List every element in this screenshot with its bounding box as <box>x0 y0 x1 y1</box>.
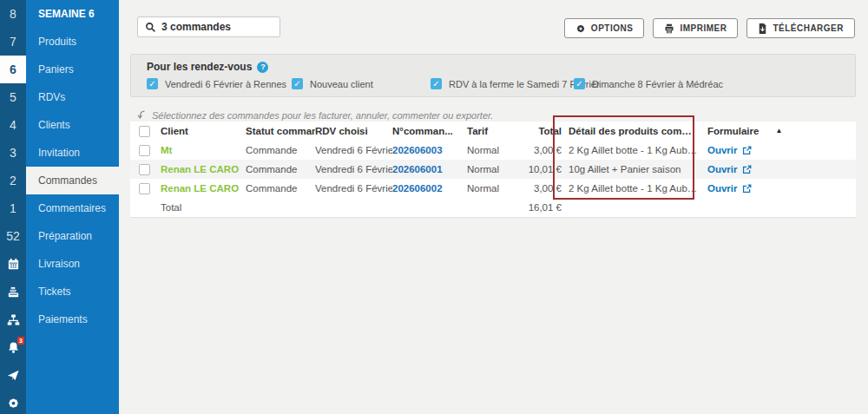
row-checkbox[interactable] <box>139 183 150 194</box>
detail-cell: 2 Kg Aillet botte - 1 Kg Aubergines <box>569 141 699 160</box>
calendar-icon[interactable] <box>0 250 26 278</box>
col-header-client[interactable]: Client <box>161 122 246 141</box>
select-all-checkbox[interactable] <box>139 126 150 137</box>
search-input[interactable]: 3 commandes <box>137 16 280 37</box>
sitemap-icon[interactable] <box>0 306 26 333</box>
help-icon[interactable]: ? <box>257 62 268 73</box>
filterbar-title: Pour les rendez-vous ? <box>147 61 268 73</box>
statut-cell: Commande <box>246 179 315 198</box>
download-icon <box>758 23 767 34</box>
filter-label: Vendredi 6 Février à Rennes <box>165 79 286 89</box>
row-checkbox[interactable] <box>139 164 150 175</box>
col-header-detail[interactable]: Détail des produits commandés... <box>569 122 699 141</box>
notification-badge: 3 <box>17 337 24 345</box>
detail-cell: 10g Aillet + Panier saison <box>569 160 699 179</box>
print-button-label: IMPRIMER <box>680 23 727 33</box>
table-header-row: Client Statut comman... RDV choisi N°com… <box>130 122 856 141</box>
sidebar-item-paiements[interactable]: Paiements <box>26 306 119 333</box>
checkbox-checked-icon: ✓ <box>431 78 442 89</box>
sidebar-strip: 8 7 6 5 4 3 2 1 52 3 <box>0 0 26 414</box>
curved-arrow-icon <box>136 109 147 121</box>
sidebar-item-tickets[interactable]: Tickets <box>26 278 119 306</box>
filter-checkbox-dimanche-medreac[interactable]: ✓ Dimanche 8 Février à Médréac <box>574 78 723 89</box>
week-number-52[interactable]: 52 <box>0 222 26 250</box>
table-row: Renan LE CARO Commande Vendredi 6 Févrie… <box>130 179 856 198</box>
sort-asc-icon: ▲ <box>775 122 782 141</box>
filter-label: Dimanche 8 Février à Médréac <box>592 79 723 89</box>
rendezvous-filterbar: Pour les rendez-vous ? ✓ Vendredi 6 Févr… <box>130 54 856 97</box>
footer-total-label: Total <box>161 198 246 217</box>
gear-icon[interactable] <box>0 389 26 414</box>
week-number-8[interactable]: 8 <box>0 0 26 28</box>
col-header-tarif[interactable]: Tarif <box>467 122 521 141</box>
external-link-icon[interactable] <box>742 146 752 155</box>
tarif-cell: Normal <box>467 160 521 179</box>
options-button[interactable]: OPTIONS <box>564 18 645 38</box>
send-icon[interactable] <box>0 361 26 389</box>
sidebar-item-rdvs[interactable]: RDVs <box>26 83 119 111</box>
external-link-icon[interactable] <box>742 165 752 174</box>
col-header-statut[interactable]: Statut comman... <box>246 122 315 141</box>
client-link[interactable]: Renan LE CARO <box>161 160 246 179</box>
open-form-link[interactable]: Ouvrir <box>707 160 738 179</box>
filterbar-title-text: Pour les rendez-vous <box>147 61 252 73</box>
selection-hint: Sélectionnez des commandes pour les fact… <box>136 109 493 121</box>
week-number-2[interactable]: 2 <box>0 167 26 194</box>
sidebar-item-paniers[interactable]: Paniers <box>26 56 119 83</box>
open-form-link[interactable]: Ouvrir <box>707 141 738 160</box>
detail-cell: 2 Kg Aillet botte - 1 Kg Aubergines <box>569 179 699 198</box>
statut-cell: Commande <box>246 160 315 179</box>
search-value: 3 commandes <box>161 21 231 33</box>
order-number-link[interactable]: 202606003 <box>392 145 443 155</box>
gear-icon <box>575 23 586 34</box>
col-header-rdv[interactable]: RDV choisi <box>315 122 392 141</box>
week-number-7[interactable]: 7 <box>0 28 26 56</box>
week-number-5[interactable]: 5 <box>0 83 26 111</box>
total-cell: 10,01 € <box>521 160 562 179</box>
week-number-3[interactable]: 3 <box>0 139 26 167</box>
client-link[interactable]: Mt <box>161 141 246 160</box>
filter-label: Nouveau client <box>310 79 373 89</box>
checkbox-checked-icon: ✓ <box>147 78 158 89</box>
cash-register-icon[interactable] <box>0 278 26 306</box>
rdv-cell: Vendredi 6 Févrie... <box>315 160 392 179</box>
sidebar-item-preparation[interactable]: Préparation <box>26 222 119 250</box>
rdv-cell: Vendredi 6 Févrie... <box>315 141 392 160</box>
total-cell: 3,00 € <box>521 141 562 160</box>
col-header-numero[interactable]: N°comman... <box>392 122 467 141</box>
search-icon <box>145 22 156 33</box>
sidebar-item-produits[interactable]: Produits <box>26 28 119 56</box>
external-link-icon[interactable] <box>742 184 752 194</box>
tarif-cell: Normal <box>467 141 521 160</box>
sidebar-item-semaine[interactable]: SEMAINE 6 <box>26 0 119 28</box>
order-number-link[interactable]: 202606002 <box>392 183 443 194</box>
open-form-link[interactable]: Ouvrir <box>707 179 738 198</box>
table-row: Mt Commande Vendredi 6 Févrie... 2026060… <box>130 141 856 160</box>
toolbar-buttons: OPTIONS IMPRIMER TÉLÉCHARGER <box>564 18 855 38</box>
order-number-link[interactable]: 202606001 <box>392 164 443 174</box>
client-link[interactable]: Renan LE CARO <box>161 179 246 198</box>
table-footer-row: Total 16,01 € <box>130 198 856 217</box>
download-button[interactable]: TÉLÉCHARGER <box>746 18 855 38</box>
statut-cell: Commande <box>246 141 315 160</box>
print-button[interactable]: IMPRIMER <box>653 18 738 38</box>
filter-checkbox-nouveau-client[interactable]: ✓ Nouveau client <box>292 78 373 89</box>
col-header-total[interactable]: Total <box>521 122 562 141</box>
sidebar-item-clients[interactable]: Clients <box>26 111 119 139</box>
sidebar-item-livraison[interactable]: Livraison <box>26 250 119 278</box>
checkbox-checked-icon: ✓ <box>574 78 585 89</box>
week-number-6-active[interactable]: 6 <box>0 56 26 83</box>
download-button-label: TÉLÉCHARGER <box>773 23 844 33</box>
sidebar-menu: SEMAINE 6 Produits Paniers RDVs Clients … <box>26 0 119 414</box>
row-checkbox[interactable] <box>139 145 150 156</box>
col-header-formulaire[interactable]: Formulaire ▲ <box>707 122 829 141</box>
sidebar-item-commandes[interactable]: Commandes <box>26 167 119 194</box>
week-number-1[interactable]: 1 <box>0 194 26 222</box>
sidebar-item-invitation[interactable]: Invitation <box>26 139 119 167</box>
bell-icon[interactable]: 3 <box>0 333 26 361</box>
week-number-4[interactable]: 4 <box>0 111 26 139</box>
filter-checkbox-vendredi-rennes[interactable]: ✓ Vendredi 6 Février à Rennes <box>147 78 286 89</box>
sidebar-item-commentaires[interactable]: Commentaires <box>26 194 119 222</box>
selection-hint-text: Sélectionnez des commandes pour les fact… <box>152 110 493 121</box>
tarif-cell: Normal <box>467 179 521 198</box>
